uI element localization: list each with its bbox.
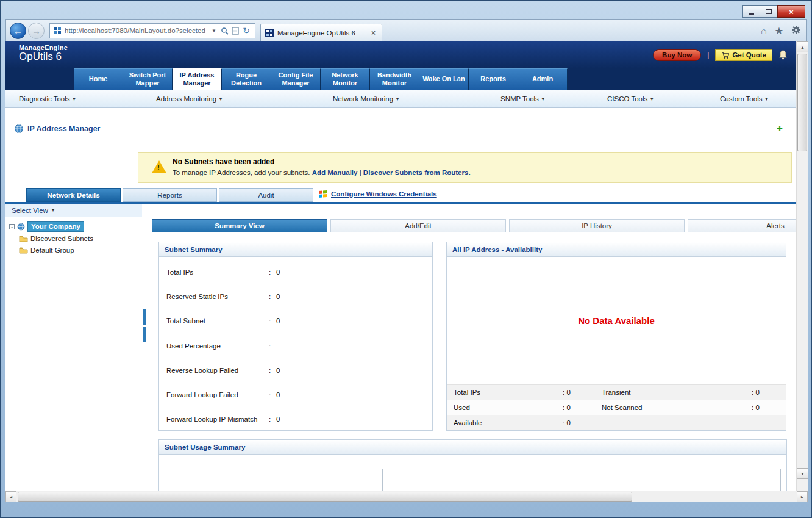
nav-tab-bandwidth-monitor[interactable]: Bandwidth Monitor	[370, 68, 419, 90]
refresh-icon[interactable]: ↻	[241, 24, 252, 37]
tab-summary-view[interactable]: Summary View	[152, 219, 327, 232]
minimize-icon	[749, 13, 754, 15]
stat-value: : 0	[752, 404, 786, 411]
page-title: IP Address Manager	[27, 124, 101, 133]
minimize-button[interactable]	[742, 5, 760, 18]
tab-close-icon[interactable]: ×	[369, 29, 377, 37]
url-text[interactable]: http://localhost:7080/MainLayout.do?sele…	[65, 27, 209, 34]
row-label: Total IPs	[166, 268, 269, 276]
tree-item-label[interactable]: Discovered Subnets	[30, 235, 93, 242]
browser-tab[interactable]: ManageEngine OpUtils 6 ×	[260, 24, 382, 42]
subnet-summary-panel: Subnet Summary Total IPs:0 Reserved Stat…	[158, 242, 433, 431]
tab-label: IP History	[582, 222, 612, 229]
nav-tab-label: Rogue Detection	[224, 71, 269, 87]
tree-item-label[interactable]: Default Group	[30, 246, 74, 254]
chevron-down-icon: ▾	[542, 96, 544, 102]
menu-label: CISCO Tools	[607, 95, 647, 103]
availability-chart-area: No Data Available	[447, 257, 786, 384]
nav-tab-wake-on-lan[interactable]: Wake On Lan	[419, 68, 469, 90]
collapse-icon[interactable]: -	[9, 224, 15, 229]
panel-header: Subnet Usage Summary	[159, 440, 786, 455]
select-view-label: Select View	[12, 207, 48, 214]
tree-item-label[interactable]: Your Company	[27, 221, 84, 232]
scroll-up-button[interactable]: ▲	[797, 41, 808, 52]
menu-snmp-tools[interactable]: SNMP Tools▾	[500, 90, 544, 108]
address-bar[interactable]: http://localhost:7080/MainLayout.do?sele…	[49, 23, 255, 38]
summary-row: Reserved Static IPs:0	[159, 284, 432, 309]
menu-diagnostic-tools[interactable]: Diagnostic Tools▾	[19, 90, 76, 108]
tab-audit[interactable]: Audit	[219, 188, 313, 202]
tree-item-your-company[interactable]: - Your Company	[9, 221, 142, 232]
favorites-star-icon[interactable]: ★	[775, 25, 783, 37]
browser-window: × ← → http://localhost:7080/MainLayout.d…	[0, 0, 812, 518]
splitter-handle[interactable]	[143, 309, 146, 325]
tab-reports[interactable]: Reports	[123, 188, 217, 202]
nav-tab-home[interactable]: Home	[74, 68, 123, 90]
nav-tab-rogue-detection[interactable]: Rogue Detection	[222, 68, 271, 90]
main-nav-tabs: Home Switch Port Mapper IP Address Manag…	[5, 68, 796, 90]
horizontal-scroll-thumb[interactable]	[18, 492, 632, 502]
vertical-scroll-thumb[interactable]	[797, 54, 807, 151]
tab-label: Reports	[157, 192, 182, 199]
nav-tab-label: Config File Manager	[273, 71, 318, 87]
stats-row: Available : 0	[447, 415, 786, 430]
main-content: Summary View Add/Edit IP History Alerts …	[148, 204, 796, 491]
tree-item-discovered-subnets[interactable]: Discovered Subnets	[9, 232, 142, 244]
menu-network-monitoring[interactable]: Network Monitoring▾	[333, 90, 399, 108]
tab-alerts[interactable]: Alerts	[688, 219, 796, 232]
pane-splitter[interactable]	[142, 204, 148, 491]
buy-now-button[interactable]: Buy Now	[653, 49, 701, 61]
maximize-button[interactable]	[760, 5, 778, 18]
back-button[interactable]: ←	[10, 23, 26, 39]
url-dropdown-caret[interactable]: ▼	[209, 28, 219, 34]
panel-header: Subnet Summary	[159, 242, 432, 257]
row-colon: :	[269, 391, 276, 398]
content-tabs: Summary View Add/Edit IP History Alerts	[152, 219, 796, 232]
nav-tab-config-file-manager[interactable]: Config File Manager	[271, 68, 321, 90]
menu-label: Network Monitoring	[333, 95, 393, 103]
close-button[interactable]: ×	[777, 5, 805, 18]
nav-tab-network-monitor[interactable]: Network Monitor	[321, 68, 370, 90]
scroll-down-button[interactable]: ▼	[797, 468, 808, 479]
tab-ip-history[interactable]: IP History	[509, 219, 685, 232]
stat-label: Used	[447, 404, 563, 411]
menu-custom-tools[interactable]: Custom Tools▾	[720, 90, 767, 108]
forward-button[interactable]: →	[28, 23, 45, 39]
horizontal-scrollbar[interactable]: ◄ ►	[5, 491, 808, 502]
gear-icon[interactable]	[791, 25, 801, 37]
vertical-scrollbar[interactable]: ▲ ▼	[796, 41, 808, 491]
up-arrow-icon: ▲	[800, 45, 805, 49]
row-value: 0	[276, 268, 280, 276]
tab-add-edit[interactable]: Add/Edit	[330, 219, 506, 232]
bell-icon[interactable]	[778, 50, 788, 60]
page-body: SOFTPEDIA www.softpedia.com IP Address M…	[5, 108, 796, 491]
nav-tab-admin[interactable]: Admin	[518, 68, 568, 90]
configure-windows-credentials-link[interactable]: Configure Windows Credentials	[331, 190, 437, 198]
summary-row: Total Subnet:0	[159, 309, 432, 333]
discover-subnets-link[interactable]: Discover Subnets from Routers.	[363, 169, 471, 176]
usage-chart-area	[382, 469, 781, 491]
logo-oputils: OpUtils 6	[19, 51, 68, 63]
folder-icon	[19, 235, 28, 242]
tree-item-default-group[interactable]: Default Group	[9, 244, 142, 256]
scroll-left-button[interactable]: ◄	[5, 491, 16, 502]
tab-network-details[interactable]: Network Details	[26, 188, 121, 202]
add-icon[interactable]: +	[777, 123, 783, 135]
search-icon[interactable]	[219, 24, 230, 37]
add-manually-link[interactable]: Add Manually	[312, 169, 358, 176]
scroll-right-button[interactable]: ►	[797, 491, 808, 502]
nav-tab-ip-address-manager[interactable]: IP Address Manager	[173, 68, 222, 90]
compatibility-view-icon[interactable]	[230, 24, 241, 37]
home-icon[interactable]: ⌂	[761, 26, 767, 37]
menu-cisco-tools[interactable]: CISCO Tools▾	[607, 90, 653, 108]
chevron-down-icon: ▾	[52, 207, 54, 213]
splitter-handle[interactable]	[143, 327, 146, 342]
get-quote-button[interactable]: Get Quote	[715, 49, 772, 61]
menu-address-monitoring[interactable]: Address Monitoring▾	[156, 90, 222, 108]
window-titlebar[interactable]: ×	[1, 1, 811, 19]
nav-tab-reports[interactable]: Reports	[469, 68, 518, 90]
nav-tab-switch-port-mapper[interactable]: Switch Port Mapper	[123, 68, 173, 90]
summary-row: Reverse Lookup Failed:0	[159, 358, 432, 383]
select-view-dropdown[interactable]: Select View ▾	[5, 204, 142, 217]
panel-title: Subnet Summary	[165, 246, 223, 253]
